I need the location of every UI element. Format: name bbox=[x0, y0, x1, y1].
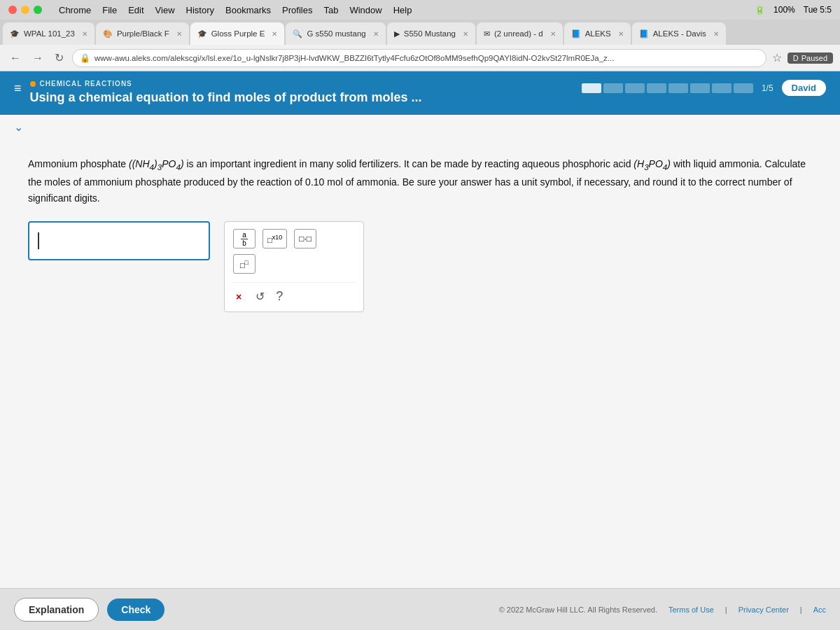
tab-label: WPAL 101_23 bbox=[24, 29, 75, 38]
maximize-window-btn[interactable] bbox=[34, 6, 42, 14]
tab-label: G s550 mustang bbox=[307, 29, 365, 38]
tab-gloss-purple[interactable]: 🎓 Gloss Purple E ✕ bbox=[190, 22, 285, 45]
menu-tab[interactable]: Tab bbox=[323, 5, 338, 15]
separator: | bbox=[725, 606, 727, 614]
menu-file[interactable]: File bbox=[102, 5, 117, 15]
tab-aleks[interactable]: 📘 ALEKS ✕ bbox=[564, 22, 631, 45]
problem-text: Ammonium phosphate ((NH4)3PO4) is an imp… bbox=[28, 156, 812, 207]
titlebar: Chrome File Edit View History Bookmarks … bbox=[0, 0, 840, 20]
tab-wpal[interactable]: 🎓 WPAL 101_23 ✕ bbox=[3, 22, 94, 45]
tab-favicon: 📘 bbox=[571, 29, 581, 38]
clear-btn[interactable]: × bbox=[233, 290, 244, 304]
progress-dot-7 bbox=[712, 83, 732, 93]
header-right: 1/5 David bbox=[582, 80, 826, 96]
battery-percent: 100% bbox=[774, 5, 795, 15]
bottom-right: © 2022 McGraw Hill LLC. All Rights Reser… bbox=[499, 606, 826, 614]
toolbar-row-2: □□ bbox=[233, 254, 355, 274]
check-btn[interactable]: Check bbox=[107, 598, 164, 621]
address-input[interactable]: 🔒 www-awu.aleks.com/alekscgi/x/lsl.exe/1… bbox=[72, 49, 766, 67]
tab-favicon: 🎓 bbox=[10, 29, 20, 38]
tab-close-btn[interactable]: ✕ bbox=[176, 30, 182, 38]
tab-favicon: 🎨 bbox=[103, 29, 113, 38]
fraction-btn[interactable]: a b bbox=[233, 229, 255, 248]
explanation-btn[interactable]: Explanation bbox=[14, 598, 99, 622]
user-badge[interactable]: David bbox=[782, 80, 826, 96]
paused-badge: D Paused bbox=[788, 52, 833, 64]
tab-label: Purple/Black F bbox=[117, 29, 169, 38]
forward-btn[interactable]: → bbox=[29, 50, 46, 66]
tab-close-btn[interactable]: ✕ bbox=[272, 30, 277, 38]
window-controls[interactable] bbox=[8, 6, 42, 14]
menu-edit[interactable]: Edit bbox=[128, 5, 144, 15]
tab-close-btn[interactable]: ✕ bbox=[550, 30, 556, 38]
bookmark-icon[interactable]: ☆ bbox=[772, 51, 782, 64]
chevron-down-icon[interactable]: ⌄ bbox=[14, 121, 23, 133]
address-actions: ☆ D Paused bbox=[772, 51, 833, 64]
answer-input[interactable] bbox=[28, 221, 210, 260]
menu-view[interactable]: View bbox=[155, 5, 175, 15]
collapse-row: ⌄ bbox=[0, 115, 840, 139]
progress-dot-6 bbox=[690, 83, 710, 93]
main-content: ≡ CHEMICAL REACTIONS Using a chemical eq… bbox=[0, 71, 840, 602]
menu-window[interactable]: Window bbox=[349, 5, 382, 15]
tab-aleks-david[interactable]: 📘 ALEKS - Davis ✕ bbox=[632, 22, 726, 45]
power-btn[interactable]: □□ bbox=[233, 254, 255, 274]
tab-s550-mustang-yt[interactable]: ▶ S550 Mustang ✕ bbox=[387, 22, 475, 45]
progress-dot-5 bbox=[668, 83, 688, 93]
minimize-window-btn[interactable] bbox=[21, 6, 29, 14]
section-label: CHEMICAL REACTIONS bbox=[30, 80, 573, 88]
undo-btn[interactable]: ↺ bbox=[253, 288, 267, 304]
copyright-text: © 2022 McGraw Hill LLC. All Rights Reser… bbox=[499, 606, 657, 614]
tab-unread[interactable]: ✉ (2 unread) - d ✕ bbox=[477, 22, 563, 45]
dot-multiply-btn[interactable]: □·□ bbox=[294, 229, 316, 248]
url-text: www-awu.aleks.com/alekscgi/x/lsl.exe/1o_… bbox=[94, 54, 614, 62]
progress-dot-4 bbox=[647, 83, 666, 93]
close-window-btn[interactable] bbox=[8, 6, 17, 14]
toolbar-row-1: a b □x10 □·□ bbox=[233, 229, 355, 248]
menu-history[interactable]: History bbox=[186, 5, 214, 15]
tab-label: Gloss Purple E bbox=[211, 29, 265, 38]
problem-title: Using a chemical equation to find moles … bbox=[30, 90, 573, 105]
formula-phosphoric: (H3PO4) bbox=[634, 158, 671, 169]
tab-close-btn[interactable]: ✕ bbox=[463, 30, 468, 38]
menu-profiles[interactable]: Profiles bbox=[282, 5, 312, 15]
tab-label: ALEKS - Davis bbox=[653, 29, 706, 38]
clock: Tue 5:5 bbox=[804, 5, 832, 15]
progress-label: 1/5 bbox=[762, 83, 774, 93]
tab-close-btn[interactable]: ✕ bbox=[373, 30, 379, 38]
tab-bar: 🎓 WPAL 101_23 ✕ 🎨 Purple/Black F ✕ 🎓 Glo… bbox=[0, 20, 840, 45]
tab-close-btn[interactable]: ✕ bbox=[713, 30, 719, 38]
address-bar: ← → ↻ 🔒 www-awu.aleks.com/alekscgi/x/lsl… bbox=[0, 45, 840, 71]
paused-icon: D bbox=[793, 54, 799, 62]
tab-close-btn[interactable]: ✕ bbox=[82, 30, 88, 38]
progress-bar bbox=[582, 83, 753, 93]
tab-purple-black[interactable]: 🎨 Purple/Black F ✕ bbox=[96, 22, 189, 45]
paused-label: Paused bbox=[802, 54, 827, 62]
menu-help[interactable]: Help bbox=[393, 5, 412, 15]
menu-bar: Chrome File Edit View History Bookmarks … bbox=[59, 5, 412, 15]
progress-dot-2 bbox=[603, 83, 623, 93]
progress-dot-1 bbox=[582, 83, 601, 93]
tab-close-btn[interactable]: ✕ bbox=[618, 30, 624, 38]
terms-link[interactable]: Terms of Use bbox=[668, 606, 714, 614]
orange-dot-icon bbox=[30, 81, 36, 87]
text-cursor bbox=[38, 232, 39, 249]
acc-link[interactable]: Acc bbox=[813, 606, 826, 614]
tab-s550-mustang[interactable]: 🔍 G s550 mustang ✕ bbox=[286, 22, 385, 45]
hamburger-menu-btn[interactable]: ≡ bbox=[14, 81, 22, 96]
answer-row: a b □x10 □·□ □□ bbox=[28, 221, 812, 312]
tab-favicon: ✉ bbox=[484, 29, 490, 38]
formula-ammonium: ((NH4)3PO4) bbox=[129, 158, 184, 169]
help-btn[interactable]: ? bbox=[276, 289, 283, 304]
refresh-btn[interactable]: ↻ bbox=[52, 50, 66, 66]
back-btn[interactable]: ← bbox=[7, 50, 24, 66]
problem-area: Ammonium phosphate ((NH4)3PO4) is an imp… bbox=[0, 139, 840, 326]
tab-favicon: ▶ bbox=[394, 29, 400, 38]
tab-label: S550 Mustang bbox=[404, 29, 456, 38]
menu-bookmarks[interactable]: Bookmarks bbox=[225, 5, 271, 15]
menu-chrome[interactable]: Chrome bbox=[59, 5, 91, 15]
bottom-bar: Explanation Check © 2022 McGraw Hill LLC… bbox=[0, 588, 840, 630]
privacy-link[interactable]: Privacy Center bbox=[738, 606, 789, 614]
superscript-btn[interactable]: □x10 bbox=[262, 229, 287, 248]
titlebar-right: 🔋 100% Tue 5:5 bbox=[755, 5, 832, 15]
